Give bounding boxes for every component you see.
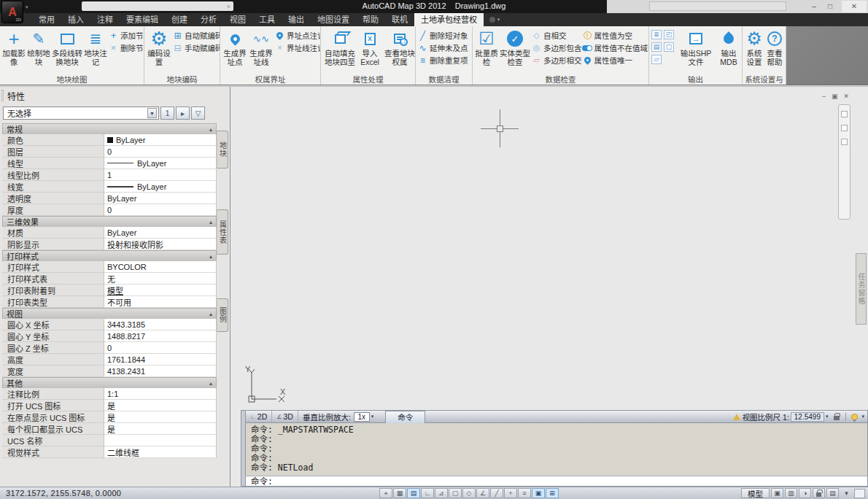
attr-empty-button[interactable]: 属性值为空 — [582, 29, 650, 42]
property-value[interactable]: ByLayer — [104, 181, 217, 193]
property-value[interactable]: 是 — [104, 400, 217, 411]
minimize-button[interactable]: – — [807, 1, 821, 12]
del-dup-button[interactable]: ≡删除重复项 — [417, 54, 468, 66]
system-settings-button[interactable]: ⚙系统设置 — [744, 27, 764, 74]
lock-icon[interactable] — [834, 416, 840, 420]
parcel-annotation-button[interactable]: ≣地块注记 — [83, 27, 108, 74]
snap-mode-toggle[interactable]: ▦ — [393, 488, 406, 498]
tab-11[interactable]: 联机 — [385, 13, 414, 26]
infer-constraints-toggle[interactable]: ⌖ — [379, 488, 392, 498]
manual-code-button[interactable]: ⊟手动赋编码 — [172, 42, 220, 54]
palette-side-tab[interactable]: 属性表 — [217, 209, 228, 255]
coordinates-readout[interactable]: 3172.1572, 2155.5748, 0.0000 — [0, 489, 379, 498]
view-ownership-button[interactable]: 查看地块权属 — [382, 27, 416, 74]
code-settings-button[interactable]: ⚙编码设置 — [146, 27, 172, 74]
infocenter-search-input[interactable] — [649, 1, 786, 11]
task-pane-tab[interactable]: 任务窗格 — [856, 253, 867, 325]
chevron-down-icon[interactable]: ▼ — [147, 108, 157, 118]
polyline-to-parcel-button[interactable]: 多段线转换地块 — [51, 27, 83, 74]
dynamic-ucs-toggle[interactable]: ╱ — [490, 488, 503, 498]
tab-6[interactable]: 视图 — [223, 13, 252, 26]
collapse-icon[interactable]: ▴ — [209, 311, 212, 317]
vertical-scale-value[interactable]: 1x — [354, 412, 370, 422]
tab-command[interactable]: 命令 — [385, 411, 425, 423]
annotation-scale-icon[interactable]: ◑ — [799, 488, 811, 498]
chevron-down-icon[interactable]: ▾ — [861, 414, 864, 419]
tab-4[interactable]: 创建 — [165, 13, 194, 26]
property-value[interactable]: 0 — [104, 342, 217, 354]
autofill-button[interactable]: 自动填充地块四至 — [322, 27, 357, 74]
property-value[interactable]: 模型 — [104, 285, 217, 296]
quick-access-toolbar[interactable]: × — [82, 1, 233, 11]
property-value[interactable]: 1:1 — [104, 388, 217, 400]
app-menu-button[interactable]: A 3D — [1, 1, 23, 23]
property-value[interactable]: 1 — [104, 169, 217, 181]
doc-small-icon[interactable]: ▢ — [664, 42, 674, 52]
orbit-icon[interactable] — [841, 139, 848, 145]
app-menu-caret-icon[interactable]: ▾ — [26, 4, 28, 10]
extend-button[interactable]: ∿延伸未及点 — [417, 42, 468, 54]
fill-small-icon[interactable]: ▤ — [651, 42, 662, 52]
property-value[interactable]: 1488.8217 — [104, 330, 217, 342]
property-value[interactable] — [104, 435, 217, 446]
property-value[interactable]: ByLayer — [104, 158, 217, 169]
image-small-icon[interactable]: ◰ — [664, 30, 674, 39]
hardware-accel-icon[interactable]: ▤ — [826, 488, 839, 498]
gen-boundary-line-button[interactable]: ∿∿生成界址线 — [248, 27, 274, 74]
palette-side-tab[interactable]: 地块 — [217, 131, 228, 169]
dynamic-input-toggle[interactable]: + — [504, 488, 517, 498]
export-mdb-button[interactable]: 输出MDB — [715, 27, 743, 74]
polygon-intersect-button[interactable]: ▱多边形相交 — [531, 54, 582, 66]
auto-code-button[interactable]: ⊞自动赋编码 — [172, 29, 220, 42]
close-button[interactable]: ✕ — [842, 1, 867, 12]
palette-side-tab[interactable]: 图例 — [217, 298, 228, 332]
property-value[interactable]: 投射和接收阴影 — [104, 239, 217, 250]
quick-select-button[interactable]: ▽ — [191, 107, 205, 120]
attr-range-button[interactable]: 属性值不在值域内 — [582, 42, 650, 54]
property-value[interactable]: ByLayer — [104, 134, 217, 146]
property-value[interactable]: 1761.1844 — [104, 354, 217, 365]
tab-2d[interactable]: ∟ 2D — [246, 411, 272, 422]
close-icon[interactable]: × — [227, 2, 230, 11]
screencast-button[interactable]: ▾ — [484, 13, 505, 26]
lineweight-toggle[interactable]: ≡ — [518, 488, 531, 498]
selection-dropdown[interactable]: 无选择 ▼ — [3, 107, 159, 120]
zoom-icon[interactable] — [841, 125, 848, 131]
viewport-minimize-icon[interactable]: – — [822, 93, 826, 100]
chevron-down-icon[interactable]: ▾ — [371, 414, 374, 419]
property-value[interactable]: 不可用 — [104, 296, 217, 308]
quick-properties-toggle[interactable]: ⊞ — [546, 488, 559, 498]
pan-icon[interactable] — [841, 111, 848, 117]
list-small-icon[interactable]: ≣ — [651, 30, 662, 39]
viewport-close-icon[interactable]: ✕ — [843, 93, 849, 100]
polar-tracking-toggle[interactable]: ⊿ — [435, 488, 448, 498]
viewport-restore-icon[interactable]: ▣ — [832, 93, 838, 100]
tab-9[interactable]: 地图设置 — [311, 13, 356, 26]
command-history[interactable]: 命令: _MAPSTARTWSPACE命令:命令:命令:命令: NETLoad — [245, 423, 868, 476]
add-node-button[interactable]: +添加节点 — [108, 29, 144, 42]
property-value[interactable]: 3443.3185 — [104, 319, 217, 330]
property-value[interactable]: 0 — [104, 204, 217, 216]
tab-active[interactable]: 土地承包经营权 — [414, 13, 484, 26]
entity-check-button[interactable]: 实体类型检查 — [499, 27, 531, 74]
tab-8[interactable]: 输出 — [282, 13, 311, 26]
export-shp-button[interactable]: 输出SHP文件 — [677, 27, 715, 74]
property-value[interactable]: 是 — [104, 423, 217, 435]
property-value[interactable]: 是 — [104, 411, 217, 423]
property-value[interactable]: BYCOLOR — [104, 261, 217, 273]
lightbulb-icon[interactable] — [851, 414, 858, 420]
property-value[interactable]: ByLayer — [104, 227, 217, 239]
clean-screen-button[interactable] — [854, 489, 865, 498]
transparency-toggle[interactable]: ▣ — [532, 488, 545, 498]
command-input[interactable]: 命令: — [245, 476, 868, 487]
gen-boundary-point-button[interactable]: 生成界址点 — [222, 27, 248, 74]
property-category[interactable]: 三维效果▴ — [2, 216, 217, 227]
quick-view-drawings-icon[interactable]: ▥ — [785, 488, 797, 498]
collapse-icon[interactable]: ▴ — [209, 126, 212, 133]
chevron-down-icon[interactable]: ▾ — [826, 414, 829, 419]
delete-node-button[interactable]: ×删除节点 — [108, 42, 144, 54]
navigation-bar[interactable] — [838, 104, 850, 220]
property-category[interactable]: 视图▴ — [2, 308, 217, 319]
help-button[interactable]: 查看帮助 — [764, 27, 785, 74]
select-objects-button[interactable]: ▸ — [176, 107, 190, 120]
